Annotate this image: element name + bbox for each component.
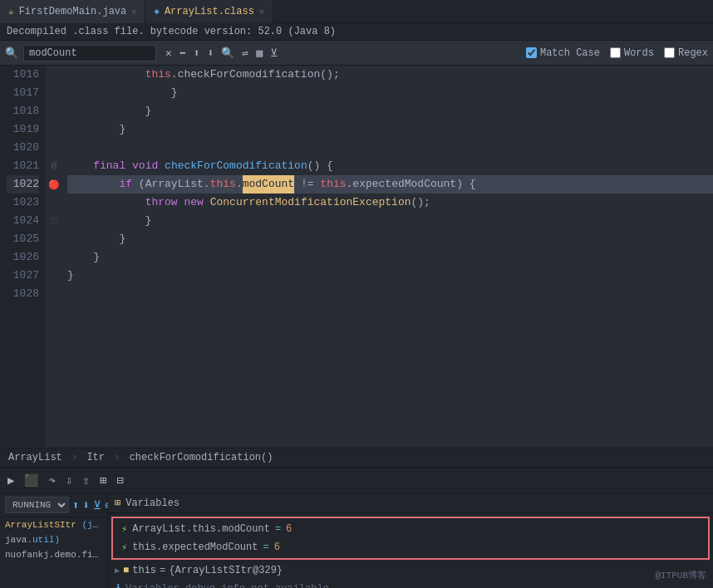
line-num-1025: 1025 bbox=[7, 230, 39, 248]
frame-label: ArrayListSItr bbox=[5, 520, 76, 530]
regex-option[interactable]: Regex bbox=[664, 47, 708, 59]
step-out-button[interactable]: ⇧ bbox=[80, 472, 91, 489]
tab-java-label: FirstDemoMain.java bbox=[19, 6, 127, 17]
next-match-down-button[interactable]: ⬇ bbox=[204, 46, 216, 61]
var-eq-2: = bbox=[263, 541, 268, 553]
frame-detail: (java.util) bbox=[81, 520, 107, 530]
match-case-label: Match Case bbox=[540, 47, 600, 59]
frame-item-java-util[interactable]: java.util) bbox=[0, 532, 107, 547]
code-span: . bbox=[236, 175, 243, 194]
tab-java[interactable]: ☕ FirstDemoMain.java ✕ bbox=[0, 0, 145, 23]
regex-checkbox[interactable] bbox=[664, 47, 675, 58]
code-span: } bbox=[67, 267, 74, 285]
debug-info-row: ℹ Variables debug info not available bbox=[108, 580, 713, 588]
match-case-option[interactable]: Match Case bbox=[526, 47, 600, 59]
code-span: } bbox=[67, 120, 125, 139]
line-numbers: 1016 1017 1018 1019 1020 1021 1022 1023 … bbox=[0, 66, 46, 448]
gutter-1021-annotation[interactable]: @ bbox=[46, 157, 62, 175]
clear-search-button[interactable]: ✕ bbox=[163, 46, 175, 61]
line-num-1022: 1022 bbox=[7, 175, 39, 194]
code-line-1022: if (ArrayList.this.modCount != this.expe… bbox=[67, 175, 713, 194]
variables-icon: ⊞ bbox=[115, 497, 120, 509]
code-line-1027: } bbox=[67, 267, 713, 285]
step-up-button[interactable]: ⬆ bbox=[72, 498, 79, 512]
tab-class[interactable]: ◈ ArrayList.class ✕ bbox=[145, 0, 273, 23]
frames-button[interactable]: ⊞ bbox=[97, 472, 109, 489]
debug-status-dropdown[interactable]: RUNNING PAUSED bbox=[5, 497, 69, 513]
code-line-1018: } bbox=[67, 102, 713, 120]
code-line-1026: } bbox=[67, 248, 713, 267]
filter-icon: ▦ bbox=[253, 46, 265, 61]
stop-button[interactable]: ⬛ bbox=[22, 472, 41, 489]
resume-button[interactable]: ▶ bbox=[5, 472, 17, 489]
filter-frames-button[interactable]: ⊻ bbox=[93, 498, 101, 512]
code-line-1017: } bbox=[67, 84, 713, 102]
code-span: this bbox=[320, 175, 346, 194]
line-num-1017: 1017 bbox=[7, 84, 39, 102]
line-num-1026: 1026 bbox=[7, 248, 39, 267]
breadcrumb-part-3: checkForComodification() bbox=[130, 452, 273, 463]
gutter-1017 bbox=[46, 84, 62, 102]
line-num-1024: 1024 bbox=[7, 212, 39, 230]
code-span: (ArrayList. bbox=[132, 175, 210, 194]
code-line-1025: } bbox=[67, 230, 713, 248]
var-val-1: 6 bbox=[286, 523, 292, 535]
breadcrumb-part-1: ArrayList bbox=[8, 452, 62, 463]
search-input[interactable] bbox=[23, 45, 156, 61]
left-panel: RUNNING PAUSED ⬆ ⬇ ⊻ ⊕ ArrayListSItr (ja… bbox=[0, 493, 108, 588]
code-span: () { bbox=[307, 157, 333, 175]
words-checkbox[interactable] bbox=[610, 47, 621, 58]
tab-java-close[interactable]: ✕ bbox=[131, 7, 136, 17]
prev-match-button[interactable]: ⬅ bbox=[177, 46, 189, 61]
tab-bar: ☕ FirstDemoMain.java ✕ ◈ ArrayList.class… bbox=[0, 0, 713, 23]
debug-info-text: Variables debug info not available bbox=[125, 583, 329, 589]
code-span: != bbox=[294, 175, 320, 194]
code-content: this.checkForComodification(); } } } fin… bbox=[62, 66, 713, 448]
line-num-1019: 1019 bbox=[7, 120, 39, 139]
field-icon-2: ⚡ bbox=[121, 541, 127, 554]
frame-list: ArrayListSItr (java.util) java.util) nuo… bbox=[0, 517, 107, 588]
var-name-1: ArrayList.this.modCount bbox=[132, 523, 270, 535]
gutter-1022-breakpoint[interactable]: 🔴 bbox=[46, 175, 62, 194]
variables-button[interactable]: ⊟ bbox=[114, 472, 125, 489]
code-span: } bbox=[67, 230, 125, 248]
code-span: void bbox=[132, 157, 158, 175]
step-into-button[interactable]: ⇩ bbox=[63, 472, 75, 489]
code-span: this bbox=[210, 175, 236, 194]
code-span bbox=[158, 157, 165, 175]
debug-controls: RUNNING PAUSED ⬆ ⬇ ⊻ ⊕ bbox=[0, 493, 107, 517]
code-span: final bbox=[93, 157, 125, 175]
code-span bbox=[67, 157, 93, 175]
step-over-button[interactable]: ↷ bbox=[46, 472, 57, 489]
breadcrumb: ArrayList › Itr › checkForComodification… bbox=[0, 448, 713, 468]
line-num-1023: 1023 bbox=[7, 194, 39, 212]
variables-list: ⚡ ArrayList.this.modCount = 6 ⚡ this.exp… bbox=[108, 513, 713, 588]
var-val-this: {ArrayListSItr@329} bbox=[169, 565, 283, 576]
gutter-1026 bbox=[46, 248, 62, 267]
code-span: .checkForComodification(); bbox=[171, 66, 340, 84]
code-span: if bbox=[119, 175, 132, 194]
code-span: new bbox=[184, 194, 203, 212]
info-icon: ℹ bbox=[116, 582, 120, 588]
var-item-this[interactable]: ▶ ■ this = {ArrayListSItr@329} bbox=[108, 561, 713, 580]
frame-item-arraylist[interactable]: ArrayListSItr (java.util) bbox=[0, 517, 107, 532]
match-case-checkbox[interactable] bbox=[526, 47, 537, 58]
code-span: checkForComodification bbox=[165, 157, 307, 175]
expand-arrow-icon[interactable]: ▶ bbox=[115, 566, 120, 576]
code-span: } bbox=[67, 84, 178, 102]
frame-label: java. bbox=[5, 535, 32, 545]
watermark-text: @ITPUB博客 bbox=[655, 571, 706, 581]
gutter-1020 bbox=[46, 139, 62, 157]
step-down-button[interactable]: ⬇ bbox=[82, 498, 89, 512]
code-span: this bbox=[145, 66, 171, 84]
code-span: } bbox=[67, 248, 100, 267]
gutter-1024-fold[interactable]: □ bbox=[46, 212, 62, 230]
tab-class-close[interactable]: ✕ bbox=[259, 7, 264, 17]
code-span: } bbox=[67, 212, 151, 230]
code-line-1028 bbox=[67, 285, 713, 303]
search-magnifier-icon: 🔍 bbox=[5, 47, 18, 60]
frame-item-demo[interactable]: nuofankj.demo.firstDemo bbox=[0, 547, 107, 562]
var-name-this: this bbox=[132, 565, 156, 576]
words-option[interactable]: Words bbox=[610, 47, 654, 59]
next-match-button[interactable]: ⬆ bbox=[191, 46, 203, 61]
